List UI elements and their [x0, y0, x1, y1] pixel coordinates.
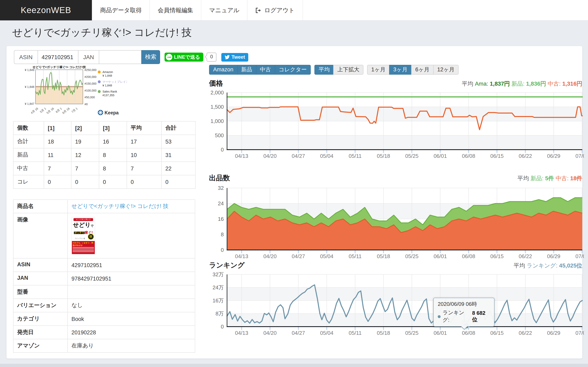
asin-input[interactable]	[37, 50, 78, 64]
svg-text:せどりで<ガッチリ稼ぐ!> コレだけ!技: せどりで<ガッチリ稼ぐ!> コレだけ!技	[32, 65, 86, 69]
product-name-link[interactable]: せどりで<ガッチリ稼ぐ!> コレだけ! 技	[71, 203, 168, 209]
svg-text:04/13: 04/13	[235, 253, 248, 259]
svg-text:06/22: 06/22	[519, 330, 532, 336]
svg-text:Amazon: Amazon	[103, 70, 113, 74]
table-row: JAN9784297102951	[13, 272, 195, 285]
svg-text:06/15: 06/15	[490, 330, 504, 336]
nav-item-member-edit[interactable]: 会員情報編集	[150, 0, 201, 20]
toggle-button-コレクター[interactable]: コレクター	[275, 65, 311, 75]
listings-chart[interactable]: 3224168004/1304/2004/2705/0405/1105/1805…	[209, 185, 584, 261]
toggle-button-3ヶ月[interactable]: 3ヶ月	[389, 65, 412, 75]
svg-text:05/11: 05/11	[349, 253, 362, 259]
svg-text:05/18: 05/18	[377, 153, 390, 159]
table-row: ASIN4297102951	[13, 258, 195, 272]
line-share-button[interactable]: LINE LINEで送る	[164, 53, 203, 62]
ranking-chart[interactable]: 32万24万16万8万004/1304/2004/2705/0405/1105/…	[209, 271, 584, 337]
nav-item-manual[interactable]: マニュアル	[201, 0, 247, 20]
logout-icon	[255, 7, 261, 13]
product-cover-image: せどりの達人が教える!せどりでガッチリ稼ぐ!技フジップリン著だれでも、いますぐ、…	[71, 217, 95, 254]
svg-text:04/20: 04/20	[263, 153, 277, 159]
table-row: 新品111281031	[13, 148, 195, 162]
table-cell: 中古	[13, 162, 44, 175]
toggle-button-上下拡大[interactable]: 上下拡大	[333, 65, 364, 75]
ranking-section-header: ランキング 平均 ランキング: 45,025位	[209, 261, 582, 270]
table-cell: 16	[99, 135, 127, 148]
table-cell: 11	[44, 148, 71, 162]
column-header: [2]	[71, 121, 99, 135]
svg-text:06/01: 06/01	[434, 330, 447, 336]
svg-text:0: 0	[221, 247, 224, 253]
period-toggle-group: 1ヶ月3ヶ月6ヶ月12ヶ月	[367, 65, 459, 75]
svg-text:6月 16: 6月 16	[62, 107, 70, 115]
svg-text:05/18: 05/18	[377, 253, 390, 259]
nav-item-product-data[interactable]: 商品データ取得	[92, 0, 150, 20]
svg-text:5月 16: 5月 16	[46, 107, 55, 115]
table-cell: 8	[99, 148, 127, 162]
svg-text:¥ 1,848: ¥ 1,848	[25, 85, 34, 89]
svg-text:16万: 16万	[213, 298, 224, 304]
svg-text:マーケットプレイス・新: マーケットプレイス・新	[103, 80, 127, 83]
svg-text:#200,000: #200,000	[85, 75, 96, 78]
table-row: カテゴリBook	[13, 312, 195, 325]
toggle-button-中古[interactable]: 中古	[256, 65, 275, 75]
svg-text:06/29: 06/29	[547, 153, 561, 159]
svg-text:06/15: 06/15	[490, 153, 504, 159]
line-icon: LINE	[166, 54, 172, 60]
toggle-button-6ヶ月[interactable]: 6ヶ月	[411, 65, 434, 75]
svg-text:6月 1: 6月 1	[55, 107, 62, 114]
svg-text:04/20: 04/20	[263, 330, 277, 336]
svg-text:06/22: 06/22	[519, 253, 532, 259]
keepa-thumbnail-chart[interactable]: せどりで<ガッチリ稼ぐ!> コレだけ!技¥ 1,849¥ 1,848¥ 1,84…	[22, 65, 127, 119]
table-row: コレ00000	[13, 175, 195, 189]
table-row: 中古778722	[13, 162, 195, 175]
chart-tooltip: 2020/06/09 06時 ランキング: 8 682位	[433, 298, 494, 327]
svg-text:04/27: 04/27	[292, 330, 305, 336]
toggle-button-平均[interactable]: 平均	[315, 65, 334, 75]
toggle-button-Amazon[interactable]: Amazon	[209, 65, 237, 75]
counts-table: 個数[1][2][3]平均合計合計1819161753新品111281031中古…	[13, 121, 196, 189]
nav-item-logout[interactable]: ログアウト	[248, 0, 303, 20]
table-cell: 7	[127, 162, 162, 175]
toggle-button-12ヶ月[interactable]: 12ヶ月	[433, 65, 459, 75]
brand-logo[interactable]: KeezonWEB	[0, 0, 92, 20]
svg-text:05/11: 05/11	[349, 153, 362, 159]
jan-input[interactable]	[99, 50, 142, 64]
svg-text:#50,000: #50,000	[85, 96, 95, 99]
svg-text:06/01: 06/01	[434, 153, 447, 159]
svg-text:04/13: 04/13	[235, 153, 248, 159]
svg-text:04/20: 04/20	[263, 253, 277, 259]
table-row: 画像せどりの達人が教える!せどりでガッチリ稼ぐ!技フジップリン著だれでも、います…	[13, 213, 195, 258]
svg-text:#0: #0	[85, 103, 88, 106]
table-cell: 0	[162, 175, 195, 189]
row-label: カテゴリ	[13, 312, 68, 325]
svg-text:8: 8	[221, 231, 224, 238]
svg-text:24万: 24万	[213, 284, 224, 291]
product-value-cell	[68, 285, 195, 299]
product-info-table: 商品名せどりで<ガッチリ稼ぐ!> コレだけ! 技画像せどりの達人が教える!せどり…	[13, 200, 195, 353]
svg-text:05/11: 05/11	[349, 330, 362, 336]
table-cell: 7	[44, 162, 71, 175]
svg-text:4月 16: 4月 16	[30, 107, 39, 115]
scale-toggle-group: 平均上下拡大	[315, 65, 364, 75]
listings-title: 出品数	[209, 173, 230, 183]
table-cell: 17	[127, 135, 162, 148]
page-footer-edge	[0, 364, 588, 367]
table-cell: 19	[71, 135, 99, 148]
svg-text:#150,000: #150,000	[85, 82, 96, 85]
search-button[interactable]: 検索	[141, 50, 160, 64]
svg-text:05/04: 05/04	[320, 253, 333, 259]
svg-text:500: 500	[215, 132, 224, 138]
table-cell: 18	[44, 135, 71, 148]
svg-text:05/25: 05/25	[405, 253, 419, 259]
svg-text:1,500: 1,500	[210, 104, 224, 110]
listings-section-header: 出品数 平均 新品: 5件 中古: 18件	[209, 173, 582, 183]
tweet-button[interactable]: Tweet	[221, 53, 248, 61]
price-chart[interactable]: 2,0001,5001,000500004/1304/2004/2705/040…	[209, 89, 584, 160]
table-row: 型番	[13, 285, 195, 299]
table-cell: 0	[44, 175, 71, 189]
series-dot-icon	[438, 315, 440, 318]
toggle-button-新品[interactable]: 新品	[237, 65, 256, 75]
svg-text:0: 0	[221, 147, 224, 153]
svg-text:06/08: 06/08	[462, 153, 475, 159]
toggle-button-1ヶ月[interactable]: 1ヶ月	[367, 65, 390, 75]
